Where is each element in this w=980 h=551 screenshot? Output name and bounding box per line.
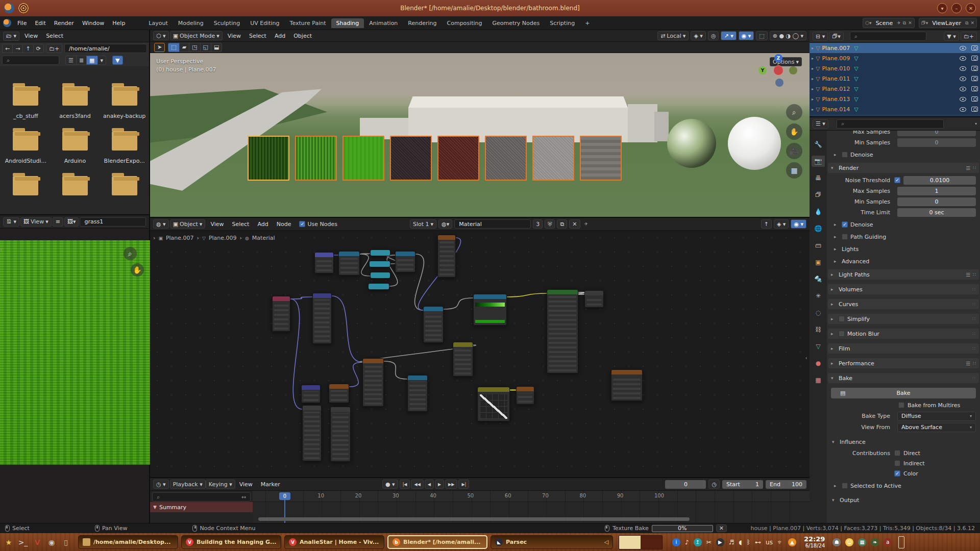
path-field[interactable]: /home/amalie/ [64, 44, 147, 53]
show-desktop-button[interactable] [898, 536, 904, 548]
tab-modeling[interactable]: Modeling [173, 18, 209, 28]
shader-node[interactable] [584, 290, 604, 308]
outliner-row[interactable]: ▸▽Plane.013▽ [810, 94, 980, 104]
shader-node[interactable] [547, 289, 578, 373]
show-gizmo-toggle[interactable]: ↗ ▾ [721, 31, 736, 40]
axis-x-gizmo[interactable] [773, 65, 783, 76]
launcher-icon-0[interactable]: ★ [3, 537, 14, 548]
filter-button[interactable]: ▼ [112, 56, 122, 65]
checkbox[interactable]: ✓ [894, 177, 900, 183]
expand-icon[interactable]: ▸ [812, 107, 814, 112]
forward-button[interactable]: → [12, 44, 22, 53]
expand-icon[interactable]: ▸ [812, 46, 814, 51]
prop-value-field[interactable]: 0.0100 [903, 176, 976, 185]
unlink-material-icon[interactable]: ✕ [569, 219, 580, 229]
outliner-row[interactable]: ▸▽Plane.010▽ [810, 63, 980, 73]
tab-sculpting[interactable]: Sculpting [209, 18, 245, 28]
menu-edit[interactable]: Edit [31, 18, 50, 28]
material-name-field[interactable]: Material [454, 219, 531, 229]
prop-collapse-row[interactable]: ▸Denoise [827, 150, 980, 159]
tray-icon-5[interactable]: ♬ [729, 539, 734, 546]
expand-icon[interactable]: ▸ [831, 331, 836, 336]
prop-value-field[interactable]: 1 [897, 187, 976, 195]
shader-node[interactable] [369, 261, 390, 267]
expand-icon[interactable]: ▸ [831, 272, 836, 277]
editor-type-button[interactable]: 🖻 ▾ [3, 217, 19, 227]
tray-icon-7[interactable]: ᛒ [747, 539, 750, 546]
editor-type-button[interactable]: ◍ ▾ [153, 219, 169, 229]
texture-plane[interactable] [248, 136, 289, 181]
ne-menu-add[interactable]: Add [253, 219, 272, 229]
properties-tab-6[interactable]: 🗃 [812, 240, 825, 251]
tray-icon-9[interactable]: us [766, 539, 773, 546]
use-nodes-checkbox[interactable]: ✓Use Nodes [299, 221, 337, 228]
texture-plane[interactable] [437, 136, 479, 181]
display-size-dropdown[interactable]: ▾ [97, 56, 107, 65]
expand-icon[interactable]: ▸ [812, 87, 814, 91]
expand-icon[interactable]: ▸ [831, 287, 836, 292]
presets-icon[interactable]: ☰ [966, 361, 970, 366]
shader-node[interactable] [302, 405, 322, 461]
prop-value-field[interactable]: 0 sec [897, 208, 976, 217]
properties-tab-12[interactable]: ▽ [812, 341, 825, 352]
texture-plane[interactable] [390, 136, 432, 181]
folder-item[interactable] [102, 176, 147, 209]
transport-button[interactable]: ◀ [425, 480, 434, 489]
task-button[interactable]: /home/amalie/Desktop... [78, 535, 178, 549]
checkbox[interactable] [839, 316, 845, 322]
transport-button[interactable]: ▶▶ [445, 480, 457, 489]
tray-icon-4[interactable]: ▶ [716, 538, 724, 546]
prop-row[interactable]: Indirect [827, 459, 980, 468]
expand-icon[interactable]: ▾ [831, 165, 836, 170]
hide-eye-icon[interactable] [960, 56, 966, 61]
back-button[interactable]: ← [2, 44, 12, 53]
shader-node[interactable] [272, 296, 290, 332]
axis-y-gizmo[interactable]: Y [758, 66, 767, 74]
tray-icon-2[interactable]: ↥ [694, 538, 702, 546]
prop-collapse-row[interactable]: ▸✓Denoise [827, 220, 980, 229]
properties-search-input[interactable]: ⌕ [837, 119, 944, 129]
panel-header-render[interactable]: ▾Render☰∷ [828, 163, 979, 173]
axis-negz-gizmo[interactable] [775, 79, 783, 87]
prop-dropdown[interactable]: Diffuse▾ [897, 412, 976, 421]
disable-render-icon[interactable] [971, 45, 978, 51]
transform-orientation-dropdown[interactable]: ⇄ Local ▾ [657, 31, 689, 40]
shader-node[interactable] [329, 384, 349, 403]
tab-animation[interactable]: Animation [364, 18, 403, 28]
checkbox[interactable] [842, 483, 848, 489]
tray-extra-icon-0[interactable]: ☗ [832, 538, 841, 546]
proportional-edit-icon[interactable]: ◎ [708, 31, 719, 40]
texture-plane[interactable] [342, 136, 384, 181]
workspace-2[interactable] [641, 536, 662, 549]
select-box-mode[interactable]: ⬚ [168, 43, 179, 52]
hide-eye-icon[interactable] [960, 77, 966, 81]
current-frame-field[interactable]: 0 [665, 480, 706, 489]
task-button[interactable]: VAnalieStar | Home - Viv... [284, 535, 384, 549]
tray-icon-1[interactable]: ♪ [685, 539, 689, 546]
outliner-row[interactable]: ▸▽Plane.012▽ [810, 84, 980, 94]
pin-icon[interactable]: ✈ [584, 221, 589, 227]
texture-plane[interactable] [295, 136, 337, 181]
viewport-canvas[interactable]: User Perspective (0) house | Plane.007 O… [150, 53, 810, 217]
prop-value-field[interactable]: 0 [897, 138, 976, 147]
tab-layout[interactable]: Layout [143, 18, 173, 28]
expand-icon[interactable]: ▸ [812, 66, 814, 71]
shading-mode-group[interactable]: ⊕ ● ◑ ◯ ▾ [770, 31, 806, 40]
up-button[interactable]: ↑ [22, 44, 33, 53]
outliner-row[interactable]: ▸▽Plane.007▽ [810, 43, 980, 53]
menu-file[interactable]: File [13, 18, 31, 28]
properties-tab-11[interactable]: ⛓ [812, 324, 825, 335]
thumbnail-view-button[interactable]: ▦ [86, 56, 97, 65]
prop-dropdown[interactable]: Above Surface▾ [897, 423, 976, 432]
editor-type-button[interactable]: ◷ ▾ [153, 480, 169, 489]
task-button[interactable]: ◣Parsec◁ [491, 535, 613, 549]
transport-button[interactable]: ▶ [435, 480, 444, 489]
prop-collapse-row[interactable]: ▸Selected to Active [827, 481, 980, 490]
axis-z-gizmo[interactable]: Z [774, 54, 782, 62]
copy-icon[interactable]: ⧉ [965, 20, 968, 26]
outliner-row[interactable]: ▸▽Plane.011▽ [810, 73, 980, 84]
checkbox[interactable]: ✓ [842, 221, 848, 228]
vp-menu-select[interactable]: Select [245, 31, 271, 41]
vp-menu-add[interactable]: Add [271, 31, 289, 41]
disable-render-icon[interactable] [971, 86, 978, 91]
